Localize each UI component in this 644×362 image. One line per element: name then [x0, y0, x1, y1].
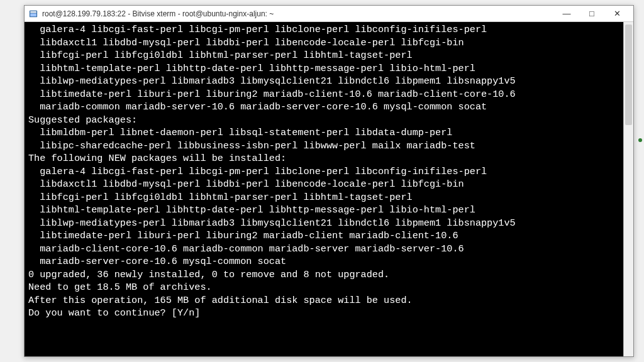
- terminal-line: Do you want to continue? [Y/n]: [28, 307, 619, 320]
- terminal-line: mariadb-server-core-10.6 mysql-common so…: [28, 255, 619, 268]
- close-button[interactable]: ✕: [604, 6, 630, 22]
- terminal-body: galera-4 libcgi-fast-perl libcgi-pm-perl…: [25, 22, 633, 356]
- terminal-line: libtimedate-perl liburi-perl liburing2 m…: [28, 88, 619, 101]
- terminal-line: libipc-sharedcache-perl libbusiness-isbn…: [28, 140, 619, 153]
- maximize-button[interactable]: □: [579, 6, 604, 22]
- terminal-line: mariadb-client-core-10.6 mariadb-common …: [28, 243, 619, 256]
- terminal-line: libhtml-template-perl libhttp-date-perl …: [28, 204, 619, 217]
- terminal-window: root@128.199.79.183:22 - Bitvise xterm -…: [24, 5, 634, 357]
- svg-rect-1: [30, 11, 36, 13]
- terminal-line: libfcgi-perl libfcgi0ldbl libhtml-parser…: [28, 191, 619, 204]
- window-title: root@128.199.79.183:22 - Bitvise xterm -…: [42, 9, 274, 18]
- terminal-line: libtimedate-perl liburi-perl liburing2 m…: [28, 229, 619, 243]
- minimize-button[interactable]: —: [554, 6, 579, 22]
- scrollbar-thumb[interactable]: [625, 25, 632, 125]
- terminal-line: libhtml-template-perl libhttp-date-perl …: [28, 62, 619, 75]
- terminal-line: The following NEW packages will be insta…: [28, 152, 619, 165]
- terminal-line: 0 upgraded, 36 newly installed, 0 to rem…: [28, 268, 619, 282]
- terminal-line: libdaxctl1 libdbd-mysql-perl libdbi-perl…: [28, 178, 619, 191]
- svg-rect-2: [30, 13, 36, 16]
- terminal-line: galera-4 libcgi-fast-perl libcgi-pm-perl…: [28, 165, 619, 178]
- terminal-line: libfcgi-perl libfcgi0ldbl libhtml-parser…: [28, 49, 619, 62]
- side-indicator-dot: [638, 138, 642, 142]
- terminal-line: galera-4 libcgi-fast-perl libcgi-pm-perl…: [28, 23, 619, 36]
- terminal-line: Suggested packages:: [28, 114, 619, 127]
- terminal-output[interactable]: galera-4 libcgi-fast-perl libcgi-pm-perl…: [25, 22, 623, 356]
- terminal-line: Need to get 18.5 MB of archives.: [28, 281, 619, 294]
- terminal-line: After this operation, 165 MB of addition…: [28, 294, 619, 307]
- terminal-line: libdaxctl1 libdbd-mysql-perl libdbi-perl…: [28, 36, 619, 50]
- terminal-line: libmldbm-perl libnet-daemon-perl libsql-…: [28, 126, 619, 140]
- vertical-scrollbar[interactable]: [623, 22, 633, 356]
- app-icon: [28, 9, 38, 19]
- window-titlebar[interactable]: root@128.199.79.183:22 - Bitvise xterm -…: [25, 6, 633, 22]
- terminal-line: mariadb-common mariadb-server-10.6 maria…: [28, 101, 619, 114]
- terminal-line: liblwp-mediatypes-perl libmariadb3 libmy…: [28, 75, 619, 88]
- terminal-line: liblwp-mediatypes-perl libmariadb3 libmy…: [28, 217, 619, 230]
